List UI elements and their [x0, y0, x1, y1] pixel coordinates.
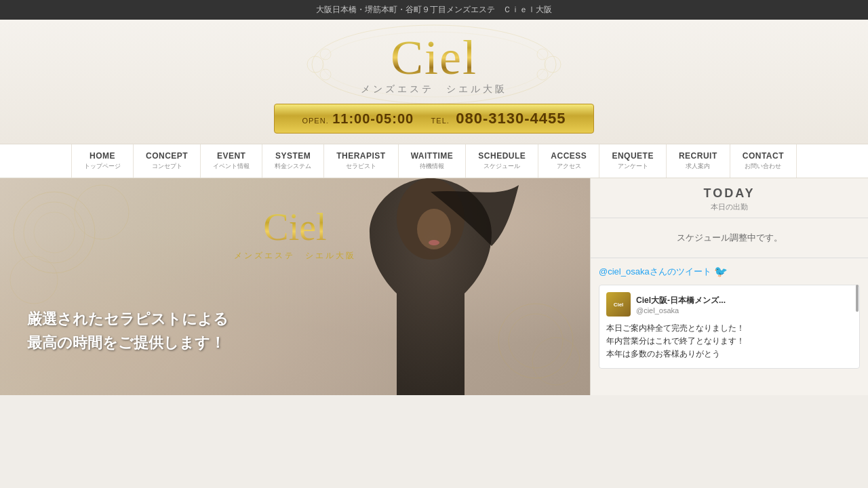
nav-main-concept: CONCEPT: [146, 151, 188, 161]
today-header: TODAY 本日の出勤: [591, 178, 868, 218]
nav-item-system: SYSTEM料金システム: [262, 144, 324, 178]
nav-link-home[interactable]: HOMEトップページ: [71, 144, 134, 178]
svg-point-10: [34, 212, 75, 253]
tweet-name: Ciel大阪-日本橋メンズ...: [636, 295, 726, 306]
nav-item-enquete: ENQUETEアンケート: [599, 144, 667, 178]
twitter-box: Ciel Ciel大阪-日本橋メンズ... @ciel_osaka 本日ご案内枠…: [599, 285, 860, 369]
site-logo: Ciel: [361, 33, 507, 82]
nav-main-event: EVENT: [217, 151, 246, 161]
svg-point-3: [320, 49, 331, 60]
nav-sub-waittime: 待機情報: [420, 162, 444, 171]
svg-point-13: [498, 304, 573, 378]
main-nav: HOMEトップページCONCEPTコンセプトEVENTイベント情報SYSTEM料…: [0, 144, 868, 178]
tweet-user-info: Ciel大阪-日本橋メンズ... @ciel_osaka: [636, 295, 726, 314]
nav-main-therapist: THERAPIST: [336, 151, 386, 161]
nav-link-schedule[interactable]: SCHEDULEスケジュール: [466, 144, 538, 178]
nav-sub-enquete: アンケート: [618, 162, 648, 171]
nav-main-access: ACCESS: [551, 151, 587, 161]
nav-sub-event: イベント情報: [213, 162, 250, 171]
svg-point-7: [537, 69, 548, 80]
today-status: スケジュール調整中です。: [601, 232, 858, 244]
image-logo-overlay: Ciel メンズエステ シエル大阪: [234, 205, 356, 262]
nav-item-schedule: SCHEDULEスケジュール: [466, 144, 538, 178]
tweet-line2: た！: [728, 323, 745, 333]
tweet-avatar: Ciel: [606, 292, 631, 317]
nav-link-concept[interactable]: CONCEPTコンセプト: [134, 144, 201, 178]
nav-item-contact: CONTACTお問い合わせ: [730, 144, 797, 178]
tweet-icon: 🐦: [714, 265, 728, 278]
tagline-2: 最高の時間をご提供します！: [27, 331, 229, 354]
nav-item-recruit: RECRUIT求人案内: [667, 144, 730, 178]
svg-point-9: [24, 202, 85, 263]
tagline: 厳選されたセラピストによる 最高の時間をご提供します！: [27, 307, 229, 354]
nav-item-access: ACCESSアクセス: [538, 144, 599, 178]
scroll-indicator[interactable]: [856, 285, 859, 312]
nav-item-therapist: THERAPISTセラピスト: [324, 144, 399, 178]
nav-sub-home: トップページ: [84, 162, 121, 171]
tweet-avatar-text: Ciel: [614, 302, 624, 308]
tweet-text: 本日ご案内枠全て完売となりました！ 年内営業分はこれで終了となります！ 本年は多…: [606, 322, 852, 361]
today-subtitle: 本日の出勤: [591, 202, 868, 212]
svg-point-12: [10, 256, 58, 304]
nav-item-concept: CONCEPTコンセプト: [134, 144, 201, 178]
twitter-link[interactable]: @ciel_osakaさんのツイート 🐦: [599, 265, 860, 278]
image-logo-jp: メンズエステ シエル大阪: [234, 250, 356, 262]
tweet-handle: @ciel_osaka: [636, 306, 726, 314]
tel-label: TEL.: [431, 117, 450, 125]
hero-image: Ciel メンズエステ シエル大阪: [0, 178, 590, 395]
nav-main-home: HOME: [90, 151, 115, 161]
nav-main-system: SYSTEM: [275, 151, 311, 161]
nav-item-home: HOMEトップページ: [71, 144, 134, 178]
tweet-line1: 本日ご案内枠全て完売となりまし: [606, 323, 728, 333]
nav-item-event: EVENTイベント情報: [201, 144, 262, 178]
nav-sub-therapist: セラピスト: [346, 162, 376, 171]
tweet-line3: 年内営業分はこれで終了となりま: [606, 336, 728, 346]
nav-link-recruit[interactable]: RECRUIT求人案内: [667, 144, 730, 178]
nav-link-contact[interactable]: CONTACTお問い合わせ: [730, 144, 797, 178]
nav-main-waittime: WAITTIME: [411, 151, 454, 161]
tweet-header: Ciel Ciel大阪-日本橋メンズ... @ciel_osaka: [606, 292, 852, 317]
twitter-section: @ciel_osakaさんのツイート 🐦 Ciel Ciel大阪-日本橋メンズ.…: [591, 258, 868, 375]
open-time: 11:00-05:00: [332, 111, 414, 126]
nav-link-waittime[interactable]: WAITTIME待機情報: [399, 144, 467, 178]
phone-number: 080-3130-4455: [456, 110, 566, 127]
today-title: TODAY: [591, 186, 868, 201]
main-content: Ciel メンズエステ シエル大阪: [0, 178, 868, 395]
svg-point-6: [537, 49, 548, 60]
nav-sub-contact: お問い合わせ: [745, 162, 781, 171]
nav-main-recruit: RECRUIT: [679, 151, 717, 161]
nav-sub-system: 料金システム: [275, 162, 311, 171]
svg-point-4: [320, 69, 331, 80]
today-content: スケジュール調整中です。: [591, 218, 868, 258]
svg-point-2: [307, 56, 323, 73]
tweet-card: Ciel Ciel大阪-日本橋メンズ... @ciel_osaka 本日ご案内枠…: [599, 285, 860, 369]
today-section: TODAY 本日の出勤 スケジュール調整中です。: [591, 178, 868, 258]
nav-link-system[interactable]: SYSTEM料金システム: [262, 144, 324, 178]
svg-point-14: [509, 314, 563, 368]
tweet-line5: 本年は多数のお客様ありがとう: [606, 349, 720, 359]
top-bar-text: 大阪日本橋・堺筋本町・谷町９丁目メンズエステ Ｃｉｅｌ大阪: [316, 5, 552, 14]
nav-main-schedule: SCHEDULE: [478, 151, 526, 161]
svg-point-5: [545, 56, 561, 73]
nav-main-enquete: ENQUETE: [612, 151, 654, 161]
nav-link-therapist[interactable]: THERAPISTセラピスト: [324, 144, 399, 178]
nav-list: HOMEトップページCONCEPTコンセプトEVENTイベント情報SYSTEM料…: [0, 144, 868, 178]
nav-link-event[interactable]: EVENTイベント情報: [201, 144, 262, 178]
header: Ciel メンズエステ シエル大阪 OPEN. 11:00-05:00 TEL.…: [0, 20, 868, 144]
nav-sub-concept: コンセプト: [152, 162, 182, 171]
nav-link-enquete[interactable]: ENQUETEアンケート: [599, 144, 667, 178]
logo-container: Ciel メンズエステ シエル大阪: [361, 33, 507, 96]
nav-main-contact: CONTACT: [743, 151, 784, 161]
nav-link-access[interactable]: ACCESSアクセス: [538, 144, 599, 178]
svg-point-8: [14, 192, 95, 273]
image-logo-text: Ciel: [234, 205, 356, 249]
tagline-1: 厳選されたセラピストによる: [27, 307, 229, 331]
sidebar: TODAY 本日の出勤 スケジュール調整中です。 @ciel_osakaさんのツ…: [590, 178, 868, 395]
top-bar: 大阪日本橋・堺筋本町・谷町９丁目メンズエステ Ｃｉｅｌ大阪: [0, 0, 868, 20]
open-label: OPEN.: [302, 117, 328, 125]
tweet-line4: す！: [728, 336, 745, 346]
twitter-link-text: @ciel_osakaさんのツイート: [599, 266, 711, 278]
nav-sub-access: アクセス: [557, 162, 581, 171]
nav-item-waittime: WAITTIME待機情報: [399, 144, 467, 178]
svg-point-11: [75, 185, 129, 239]
